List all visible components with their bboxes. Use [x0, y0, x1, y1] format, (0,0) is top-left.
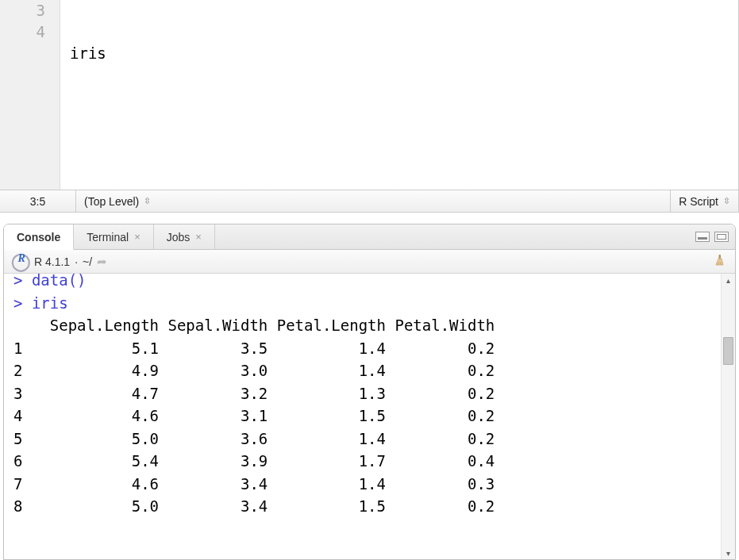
filetype-selector[interactable]: R Script ⇳	[670, 190, 738, 212]
console-data-row: 6 5.4 3.9 1.7 0.4	[13, 452, 495, 470]
scroll-thumb[interactable]	[723, 337, 733, 365]
separator-dot: ·	[75, 255, 78, 268]
minimize-pane-icon[interactable]	[695, 232, 710, 242]
maximize-pane-icon[interactable]	[714, 232, 729, 242]
code-area[interactable]: iris	[60, 0, 738, 190]
tab-console[interactable]: Console	[4, 224, 74, 250]
working-dir-label[interactable]: ~/	[83, 255, 92, 268]
line-number: 3	[0, 0, 45, 21]
r-logo-icon: ◯R	[12, 255, 29, 269]
console-data-row: 1 5.1 3.5 1.4 0.2	[13, 339, 495, 357]
updown-icon: ⇳	[723, 196, 730, 206]
filetype-label: R Script	[679, 195, 718, 208]
console-output[interactable]: > data() > iris Sepal.Length Sepal.Width…	[4, 269, 721, 559]
editor-status-bar: 3:5 (Top Level) ⇳ R Script ⇳	[0, 190, 738, 212]
r-version-label: R 4.1.1	[34, 255, 70, 268]
console-data-row: 7 4.6 3.4 1.4 0.3	[13, 475, 495, 493]
editor-pane: 3 4 iris 3:5 (Top Level) ⇳ R Script ⇳	[0, 0, 739, 213]
tab-label: Terminal	[87, 231, 129, 244]
tab-jobs[interactable]: Jobs ×	[154, 224, 215, 249]
cursor-position[interactable]: 3:5	[0, 190, 76, 212]
console-line: > iris	[13, 294, 68, 312]
console-body: > data() > iris Sepal.Length Sepal.Width…	[4, 274, 735, 559]
scroll-up-icon[interactable]: ▴	[722, 274, 735, 286]
tab-terminal[interactable]: Terminal ×	[74, 224, 154, 249]
close-icon[interactable]: ×	[195, 231, 202, 243]
console-header-line: Sepal.Length Sepal.Width Petal.Length Pe…	[13, 316, 495, 334]
updown-icon: ⇳	[144, 196, 151, 206]
window-controls	[695, 224, 735, 249]
console-data-row: 5 5.0 3.6 1.4 0.2	[13, 430, 495, 447]
scope-label: (Top Level)	[84, 195, 139, 208]
tab-label: Jobs	[167, 231, 191, 244]
share-arrow-icon[interactable]: ➦	[97, 255, 107, 269]
line-gutter: 3 4	[0, 0, 60, 190]
clear-console-icon[interactable]	[711, 252, 727, 270]
scrollbar[interactable]: ▴ ▾	[721, 274, 735, 559]
scope-selector[interactable]: (Top Level) ⇳	[76, 195, 670, 208]
console-data-row: 3 4.7 3.2 1.3 0.2	[13, 385, 495, 402]
console-data-row: 4 4.6 3.1 1.5 0.2	[13, 407, 495, 424]
console-pane: Console Terminal × Jobs × ◯R R 4.1.1 · ~…	[3, 224, 736, 560]
pane-separator[interactable]	[0, 213, 739, 224]
line-number: 4	[0, 21, 45, 43]
console-data-row: 2 4.9 3.0 1.4 0.2	[13, 362, 495, 379]
close-icon[interactable]: ×	[134, 231, 140, 243]
editor-body: 3 4 iris	[0, 0, 738, 190]
scroll-down-icon[interactable]: ▾	[722, 547, 735, 559]
svg-rect-0	[719, 255, 722, 259]
code-line: iris	[70, 43, 738, 64]
console-data-row: 8 5.0 3.4 1.5 0.2	[13, 497, 495, 515]
console-line: > data()	[13, 271, 87, 289]
tab-bar: Console Terminal × Jobs ×	[4, 224, 735, 250]
tab-label: Console	[17, 231, 60, 244]
